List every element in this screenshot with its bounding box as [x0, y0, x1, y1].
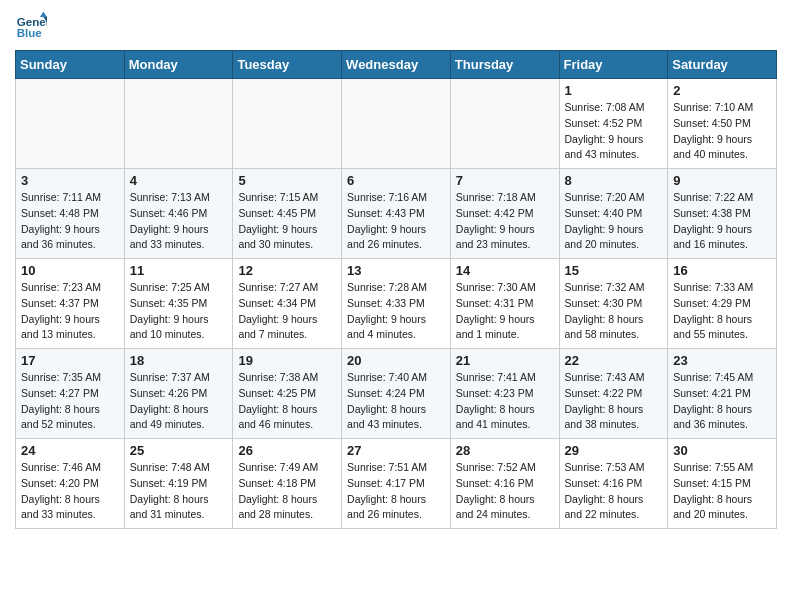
- calendar-cell: 8Sunrise: 7:20 AM Sunset: 4:40 PM Daylig…: [559, 169, 668, 259]
- weekday-header-saturday: Saturday: [668, 51, 777, 79]
- calendar-cell: 30Sunrise: 7:55 AM Sunset: 4:15 PM Dayli…: [668, 439, 777, 529]
- day-info: Sunrise: 7:15 AM Sunset: 4:45 PM Dayligh…: [238, 190, 336, 253]
- day-info: Sunrise: 7:25 AM Sunset: 4:35 PM Dayligh…: [130, 280, 228, 343]
- day-number: 7: [456, 173, 554, 188]
- calendar-cell: 20Sunrise: 7:40 AM Sunset: 4:24 PM Dayli…: [342, 349, 451, 439]
- calendar-week-2: 3Sunrise: 7:11 AM Sunset: 4:48 PM Daylig…: [16, 169, 777, 259]
- svg-text:Blue: Blue: [17, 27, 43, 39]
- day-number: 18: [130, 353, 228, 368]
- calendar-cell: 9Sunrise: 7:22 AM Sunset: 4:38 PM Daylig…: [668, 169, 777, 259]
- calendar-cell: 7Sunrise: 7:18 AM Sunset: 4:42 PM Daylig…: [450, 169, 559, 259]
- calendar-cell: 5Sunrise: 7:15 AM Sunset: 4:45 PM Daylig…: [233, 169, 342, 259]
- page-header: General Blue: [15, 10, 777, 42]
- day-number: 19: [238, 353, 336, 368]
- day-info: Sunrise: 7:10 AM Sunset: 4:50 PM Dayligh…: [673, 100, 771, 163]
- day-number: 6: [347, 173, 445, 188]
- day-number: 5: [238, 173, 336, 188]
- day-number: 30: [673, 443, 771, 458]
- weekday-header-tuesday: Tuesday: [233, 51, 342, 79]
- calendar-table: SundayMondayTuesdayWednesdayThursdayFrid…: [15, 50, 777, 529]
- calendar-cell: 1Sunrise: 7:08 AM Sunset: 4:52 PM Daylig…: [559, 79, 668, 169]
- day-number: 15: [565, 263, 663, 278]
- calendar-cell: 10Sunrise: 7:23 AM Sunset: 4:37 PM Dayli…: [16, 259, 125, 349]
- day-info: Sunrise: 7:38 AM Sunset: 4:25 PM Dayligh…: [238, 370, 336, 433]
- day-number: 3: [21, 173, 119, 188]
- day-number: 25: [130, 443, 228, 458]
- day-info: Sunrise: 7:53 AM Sunset: 4:16 PM Dayligh…: [565, 460, 663, 523]
- weekday-header-thursday: Thursday: [450, 51, 559, 79]
- day-number: 28: [456, 443, 554, 458]
- day-info: Sunrise: 7:11 AM Sunset: 4:48 PM Dayligh…: [21, 190, 119, 253]
- weekday-header-friday: Friday: [559, 51, 668, 79]
- day-number: 24: [21, 443, 119, 458]
- calendar-week-1: 1Sunrise: 7:08 AM Sunset: 4:52 PM Daylig…: [16, 79, 777, 169]
- calendar-cell: 25Sunrise: 7:48 AM Sunset: 4:19 PM Dayli…: [124, 439, 233, 529]
- day-number: 14: [456, 263, 554, 278]
- day-info: Sunrise: 7:37 AM Sunset: 4:26 PM Dayligh…: [130, 370, 228, 433]
- calendar-cell: 27Sunrise: 7:51 AM Sunset: 4:17 PM Dayli…: [342, 439, 451, 529]
- day-number: 23: [673, 353, 771, 368]
- calendar-cell: 26Sunrise: 7:49 AM Sunset: 4:18 PM Dayli…: [233, 439, 342, 529]
- day-info: Sunrise: 7:28 AM Sunset: 4:33 PM Dayligh…: [347, 280, 445, 343]
- day-info: Sunrise: 7:33 AM Sunset: 4:29 PM Dayligh…: [673, 280, 771, 343]
- day-info: Sunrise: 7:30 AM Sunset: 4:31 PM Dayligh…: [456, 280, 554, 343]
- calendar-cell: 4Sunrise: 7:13 AM Sunset: 4:46 PM Daylig…: [124, 169, 233, 259]
- calendar-cell: 13Sunrise: 7:28 AM Sunset: 4:33 PM Dayli…: [342, 259, 451, 349]
- calendar-week-3: 10Sunrise: 7:23 AM Sunset: 4:37 PM Dayli…: [16, 259, 777, 349]
- day-number: 27: [347, 443, 445, 458]
- calendar-cell: 16Sunrise: 7:33 AM Sunset: 4:29 PM Dayli…: [668, 259, 777, 349]
- day-info: Sunrise: 7:22 AM Sunset: 4:38 PM Dayligh…: [673, 190, 771, 253]
- calendar-week-5: 24Sunrise: 7:46 AM Sunset: 4:20 PM Dayli…: [16, 439, 777, 529]
- day-info: Sunrise: 7:45 AM Sunset: 4:21 PM Dayligh…: [673, 370, 771, 433]
- day-number: 13: [347, 263, 445, 278]
- day-info: Sunrise: 7:46 AM Sunset: 4:20 PM Dayligh…: [21, 460, 119, 523]
- day-number: 2: [673, 83, 771, 98]
- day-info: Sunrise: 7:23 AM Sunset: 4:37 PM Dayligh…: [21, 280, 119, 343]
- calendar-cell: 6Sunrise: 7:16 AM Sunset: 4:43 PM Daylig…: [342, 169, 451, 259]
- calendar-cell: [16, 79, 125, 169]
- weekday-header-monday: Monday: [124, 51, 233, 79]
- calendar-cell: 23Sunrise: 7:45 AM Sunset: 4:21 PM Dayli…: [668, 349, 777, 439]
- day-info: Sunrise: 7:20 AM Sunset: 4:40 PM Dayligh…: [565, 190, 663, 253]
- calendar-cell: 17Sunrise: 7:35 AM Sunset: 4:27 PM Dayli…: [16, 349, 125, 439]
- calendar-cell: 14Sunrise: 7:30 AM Sunset: 4:31 PM Dayli…: [450, 259, 559, 349]
- calendar-cell: 11Sunrise: 7:25 AM Sunset: 4:35 PM Dayli…: [124, 259, 233, 349]
- calendar-cell: 18Sunrise: 7:37 AM Sunset: 4:26 PM Dayli…: [124, 349, 233, 439]
- day-number: 8: [565, 173, 663, 188]
- day-number: 29: [565, 443, 663, 458]
- calendar-cell: 2Sunrise: 7:10 AM Sunset: 4:50 PM Daylig…: [668, 79, 777, 169]
- day-info: Sunrise: 7:52 AM Sunset: 4:16 PM Dayligh…: [456, 460, 554, 523]
- day-info: Sunrise: 7:16 AM Sunset: 4:43 PM Dayligh…: [347, 190, 445, 253]
- day-info: Sunrise: 7:43 AM Sunset: 4:22 PM Dayligh…: [565, 370, 663, 433]
- day-number: 4: [130, 173, 228, 188]
- day-number: 10: [21, 263, 119, 278]
- calendar-cell: 21Sunrise: 7:41 AM Sunset: 4:23 PM Dayli…: [450, 349, 559, 439]
- day-info: Sunrise: 7:13 AM Sunset: 4:46 PM Dayligh…: [130, 190, 228, 253]
- day-info: Sunrise: 7:32 AM Sunset: 4:30 PM Dayligh…: [565, 280, 663, 343]
- calendar-cell: [233, 79, 342, 169]
- day-info: Sunrise: 7:40 AM Sunset: 4:24 PM Dayligh…: [347, 370, 445, 433]
- logo-icon: General Blue: [15, 10, 47, 42]
- weekday-header-sunday: Sunday: [16, 51, 125, 79]
- day-info: Sunrise: 7:35 AM Sunset: 4:27 PM Dayligh…: [21, 370, 119, 433]
- day-info: Sunrise: 7:41 AM Sunset: 4:23 PM Dayligh…: [456, 370, 554, 433]
- logo: General Blue: [15, 10, 51, 42]
- day-number: 12: [238, 263, 336, 278]
- calendar-week-4: 17Sunrise: 7:35 AM Sunset: 4:27 PM Dayli…: [16, 349, 777, 439]
- calendar-cell: 24Sunrise: 7:46 AM Sunset: 4:20 PM Dayli…: [16, 439, 125, 529]
- calendar-cell: 19Sunrise: 7:38 AM Sunset: 4:25 PM Dayli…: [233, 349, 342, 439]
- calendar-cell: [124, 79, 233, 169]
- calendar-cell: [450, 79, 559, 169]
- day-info: Sunrise: 7:49 AM Sunset: 4:18 PM Dayligh…: [238, 460, 336, 523]
- day-info: Sunrise: 7:27 AM Sunset: 4:34 PM Dayligh…: [238, 280, 336, 343]
- weekday-header-wednesday: Wednesday: [342, 51, 451, 79]
- day-number: 1: [565, 83, 663, 98]
- day-number: 22: [565, 353, 663, 368]
- calendar-cell: [342, 79, 451, 169]
- day-info: Sunrise: 7:51 AM Sunset: 4:17 PM Dayligh…: [347, 460, 445, 523]
- calendar-cell: 22Sunrise: 7:43 AM Sunset: 4:22 PM Dayli…: [559, 349, 668, 439]
- day-number: 20: [347, 353, 445, 368]
- day-number: 9: [673, 173, 771, 188]
- day-info: Sunrise: 7:08 AM Sunset: 4:52 PM Dayligh…: [565, 100, 663, 163]
- calendar-cell: 15Sunrise: 7:32 AM Sunset: 4:30 PM Dayli…: [559, 259, 668, 349]
